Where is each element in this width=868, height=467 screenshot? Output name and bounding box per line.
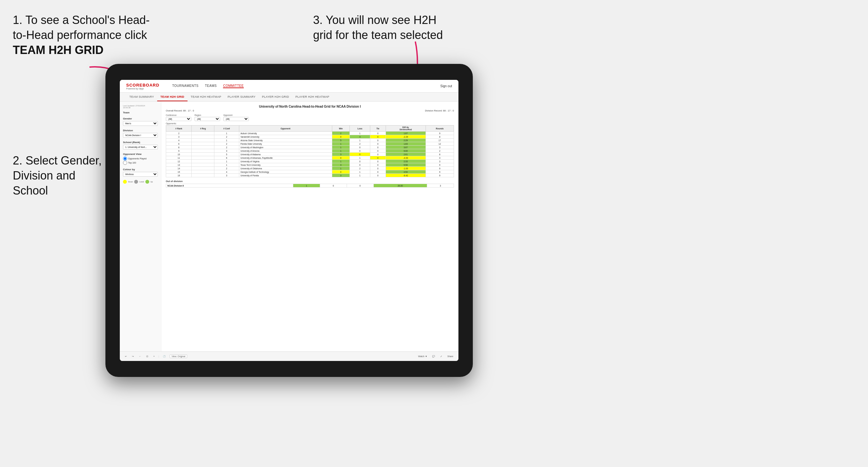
- out-of-division-table: NCAA Division II 1 0 0 26.00 3: [166, 184, 454, 187]
- back-btn[interactable]: ←: [138, 354, 143, 358]
- sub-nav-player-h2h-heatmap[interactable]: PLAYER H2H HEATMAP: [292, 93, 333, 101]
- color-level: [134, 180, 138, 184]
- sign-out[interactable]: Sign out: [440, 84, 452, 88]
- main-content: Last Updated: 27/03/2024 16:55:38 Team G…: [120, 101, 459, 351]
- region-filter: Region (All): [194, 114, 220, 121]
- conference-filter: Conference (All): [166, 114, 191, 121]
- col-loss: Loss: [350, 126, 370, 132]
- gender-section: Gender Men's: [123, 117, 158, 126]
- sub-nav-team-summary[interactable]: TEAM SUMMARY: [126, 93, 157, 101]
- school-section: School (Rank) 1. University of Nort...: [123, 141, 158, 150]
- annotation-3: 3. You will now see H2H grid for the tea…: [313, 13, 511, 43]
- conference-label: Conference: [166, 114, 191, 116]
- view-original[interactable]: View: Original: [169, 354, 187, 358]
- sub-nav-team-h2h-heatmap[interactable]: TEAM H2H HEATMAP: [188, 93, 225, 101]
- opponent-filter: Opponent (All): [223, 114, 249, 121]
- division-record: Division Record: 88 - 17 - 0: [425, 109, 454, 112]
- table-header-row: # Rank # Reg # Conf Opponent Win Loss Ti…: [166, 126, 454, 132]
- table-row: 10 5 University of Alabama 3 0 0 2.61 8: [166, 153, 454, 156]
- col-diff: Diff AvStrokes/Rnd: [385, 126, 426, 132]
- opponents-label: Opponents:: [166, 122, 454, 125]
- out-of-division-row: NCAA Division II 1 0 0 26.00 3: [166, 184, 454, 187]
- comment-btn[interactable]: 💬: [431, 354, 436, 359]
- records-row: Overall Record: 89 - 17 - 0 Division Rec…: [166, 109, 454, 112]
- opponent-view-label: Opponent View: [123, 153, 158, 156]
- tablet-screen: SCOREBOARD Powered by clippi TOURNAMENTS…: [120, 80, 459, 361]
- share-btn[interactable]: Share: [446, 354, 455, 358]
- sub-nav-player-h2h-grid[interactable]: PLAYER H2H GRID: [259, 93, 292, 101]
- tablet-device: SCOREBOARD Powered by clippi TOURNAMENTS…: [105, 64, 473, 377]
- nav-committee[interactable]: COMMITTEE: [223, 84, 244, 88]
- ood-tie: 0: [347, 184, 373, 187]
- ood-rounds: 3: [427, 184, 454, 187]
- sub-nav-player-summary[interactable]: PLAYER SUMMARY: [225, 93, 259, 101]
- table-row: 2 1 Auburn University 2 1 0 1.67 9: [166, 132, 454, 135]
- grid-title: University of North Carolina Head-to-Hea…: [166, 105, 454, 108]
- annotation-1: 1. To see a School's Head- to-Head perfo…: [13, 13, 166, 58]
- color-up: [145, 180, 149, 184]
- colour-label: Colour by: [123, 168, 158, 171]
- ood-division: NCAA Division II: [166, 184, 293, 187]
- crop-btn[interactable]: ⊡: [145, 354, 150, 359]
- colour-select[interactable]: Win/loss: [123, 172, 158, 177]
- table-row: 12 1 University of Virginia 1 0 0 2.33 3: [166, 160, 454, 163]
- radio-top100[interactable]: Top 100: [123, 161, 158, 165]
- watch-btn[interactable]: Watch ▼: [417, 354, 428, 358]
- app-header: SCOREBOARD Powered by clippi TOURNAMENTS…: [120, 80, 459, 93]
- nav-items: TOURNAMENTS TEAMS COMMITTEE: [172, 84, 244, 88]
- col-opponent: Opponent: [239, 126, 332, 132]
- division-label: Division: [123, 129, 158, 132]
- team-label: Team: [123, 111, 158, 114]
- school-select[interactable]: 1. University of Nort...: [123, 145, 158, 150]
- table-row: 8 2 University of Washington 1 0 0 3.67 …: [166, 146, 454, 149]
- nav-tournaments[interactable]: TOURNAMENTS: [172, 84, 199, 88]
- nav-teams[interactable]: TEAMS: [205, 84, 217, 88]
- col-rounds: Rounds: [426, 126, 454, 132]
- redo-btn[interactable]: ↪: [131, 354, 135, 359]
- table-row: 9 3 University of Arizona 1 0 0 9.00 2: [166, 149, 454, 153]
- region-select[interactable]: (All): [194, 117, 220, 121]
- opponent-select[interactable]: (All): [223, 117, 249, 121]
- undo-btn[interactable]: ↩: [124, 354, 128, 359]
- table-row: 15 4 Georgia Institute of Technology 0 1…: [166, 170, 454, 174]
- col-conf: # Conf: [214, 126, 239, 132]
- toolbar-right: Watch ▼ 💬 ⤢ Share: [417, 354, 455, 359]
- colour-section: Colour by Win/loss: [123, 168, 158, 177]
- col-tie: Tie: [370, 126, 385, 132]
- radio-opponents-played[interactable]: Opponents Played: [123, 157, 158, 161]
- division-section: Division NCAA Division I: [123, 129, 158, 138]
- gender-label: Gender: [123, 117, 158, 120]
- table-row: 3 2 Vanderbilt University 0 4 0 -2.29 8: [166, 135, 454, 138]
- logo-area: SCOREBOARD Powered by clippi: [126, 83, 159, 90]
- sidebar: Last Updated: 27/03/2024 16:55:38 Team G…: [120, 101, 161, 351]
- division-select[interactable]: NCAA Division I: [123, 133, 158, 138]
- conference-select[interactable]: (All): [166, 117, 191, 121]
- legend-up: Up: [151, 181, 153, 183]
- clock-btn[interactable]: 🕐: [162, 354, 167, 359]
- last-updated: Last Updated: 27/03/2024 16:55:38: [123, 105, 158, 108]
- data-table: # Rank # Reg # Conf Opponent Win Loss Ti…: [166, 125, 454, 177]
- sub-nav-team-h2h-grid[interactable]: TEAM H2H GRID: [157, 93, 188, 101]
- table-row: 16 3 University of Florida 3 1 0 -6.42 9: [166, 174, 454, 177]
- sub-nav: TEAM SUMMARY TEAM H2H GRID TEAM H2H HEAT…: [120, 93, 459, 101]
- fullscreen-btn[interactable]: ⤢: [439, 354, 443, 359]
- out-of-division-title: Out of division: [166, 180, 454, 183]
- add-btn[interactable]: +: [152, 354, 156, 358]
- col-win: Win: [332, 126, 349, 132]
- col-reg: # Reg: [192, 126, 214, 132]
- filters-row: Conference (All) Region (All) Opponent: [166, 114, 454, 121]
- region-label: Region: [194, 114, 220, 116]
- team-section: Team: [123, 111, 158, 114]
- col-rank: # Rank: [166, 126, 192, 132]
- logo-sub: Powered by clippi: [126, 88, 159, 90]
- opponent-label: Opponent: [223, 114, 249, 116]
- overall-record: Overall Record: 89 - 17 - 0: [166, 109, 194, 112]
- ood-loss: 0: [320, 184, 347, 187]
- ood-diff: 26.00: [373, 184, 427, 187]
- table-row: 14 2 University of Oklahoma 1 2 0 -1.00 …: [166, 167, 454, 170]
- gender-select[interactable]: Men's: [123, 121, 158, 126]
- table-row: 4 1 Arizona State University 5 1 0 2.29 …: [166, 138, 454, 142]
- bottom-toolbar: ↩ ↪ ← ⊡ + | 🕐 View: Original Watch ▼ 💬 ⤢…: [120, 351, 459, 361]
- legend-down: Down: [128, 181, 133, 183]
- radio-group: Opponents Played Top 100: [123, 157, 158, 165]
